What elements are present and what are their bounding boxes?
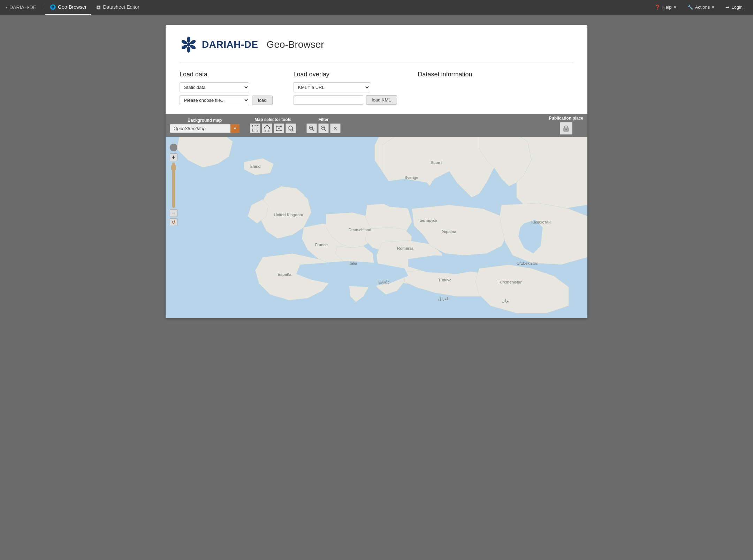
lock-icon (563, 124, 569, 132)
svg-point-10 (252, 130, 253, 131)
help-dropdown-arrow: ▾ (674, 5, 676, 10)
svg-text:Україна: Україна (442, 229, 456, 234)
background-map-select[interactable]: OpenStreetMap OpenTopoMap Stamen Toner G… (170, 124, 239, 133)
svg-point-9 (257, 125, 258, 126)
svg-text:United Kingdom: United Kingdom (274, 212, 303, 217)
select-connect-button[interactable] (274, 123, 284, 133)
svg-line-32 (312, 129, 314, 131)
svg-point-16 (265, 130, 266, 131)
svg-point-4 (187, 46, 190, 53)
filter-section: Filter (306, 117, 341, 133)
background-map-label: Background map (188, 118, 222, 123)
load-overlay-label: Load overlay (294, 71, 397, 78)
map-select-controls: OpenStreetMap OpenTopoMap Stamen Toner G… (170, 124, 239, 133)
load-data-button[interactable]: load (252, 96, 273, 105)
svg-text:ایران: ایران (502, 298, 510, 303)
nav-datasheet-editor[interactable]: ▦ Datasheet Editor (91, 0, 144, 15)
selector-tools-label: Map selector tools (254, 117, 291, 122)
filter-zoom-out-button[interactable] (318, 123, 329, 133)
svg-point-17 (264, 127, 265, 128)
svg-text:España: España (277, 272, 291, 277)
zoom-in-button[interactable]: + (170, 153, 177, 161)
grid-icon: ▦ (96, 4, 101, 10)
map-svg: Ísland Suomi Sverige United Kingdom Deut… (166, 137, 587, 318)
zoom-out-button[interactable]: − (170, 209, 177, 217)
zoom-slider-thumb[interactable] (171, 165, 176, 170)
load-kml-button[interactable]: load KML (366, 95, 397, 105)
filter-tool-buttons: ✕ (306, 123, 341, 133)
svg-line-28 (279, 126, 281, 128)
map-selector-tools-section: Map selector tools (250, 117, 296, 133)
map-toolbar: Background map OpenStreetMap OpenTopoMap… (166, 114, 587, 137)
svg-text:Казахстан: Казахстан (531, 220, 550, 224)
login-icon: ➡ (725, 5, 729, 10)
globe-icon: 🌐 (50, 4, 56, 10)
zoom-reset-button[interactable]: ↺ (170, 218, 177, 226)
svg-point-8 (252, 125, 253, 126)
map-area[interactable]: Ísland Suomi Sverige United Kingdom Deut… (166, 137, 587, 318)
file-choose-select[interactable]: Please choose file... (180, 95, 249, 105)
select-rect-button[interactable] (250, 123, 260, 133)
svg-text:Беларусь: Беларусь (419, 218, 437, 222)
filter-clear-button[interactable]: ✕ (330, 123, 341, 133)
load-data-label: Load data (180, 71, 273, 78)
brand-logo[interactable]: ▾ DARIAH-DE (6, 5, 42, 10)
poly-select-icon (264, 125, 270, 131)
svg-text:Italia: Italia (349, 261, 357, 265)
close-icon: ✕ (333, 126, 337, 131)
dataset-info-group: Dataset information (418, 71, 472, 105)
zoom-controls: + − ↺ (170, 144, 177, 226)
load-overlay-url-row: load KML (294, 95, 397, 105)
svg-text:Deutschland: Deutschland (349, 227, 371, 232)
svg-point-1 (187, 37, 190, 43)
app-subtitle: Geo-Browser (267, 39, 324, 50)
logo-container: DARIAH-DE (180, 36, 258, 54)
load-data-group: Load data Static data Dynamic data KML f… (180, 71, 273, 105)
free-select-icon (288, 125, 294, 131)
filter-zoom-icon (309, 125, 315, 131)
brand-arrow-icon: ▾ (6, 6, 7, 9)
select-free-button[interactable] (286, 123, 296, 133)
main-card: DARIAH-DE Geo-Browser Load data Static d… (166, 25, 587, 318)
select-poly-button[interactable] (262, 123, 272, 133)
svg-line-30 (292, 131, 294, 131)
map-select-arrow-icon[interactable]: ▾ (230, 124, 239, 133)
overlay-type-select[interactable]: KML file URL WMS URL (294, 82, 370, 92)
svg-text:Turkmenistan: Turkmenistan (498, 280, 523, 284)
svg-text:العراق: العراق (438, 296, 449, 301)
publication-place-label: Publication place (549, 116, 583, 121)
svg-point-39 (565, 129, 567, 130)
svg-line-36 (324, 129, 326, 131)
svg-text:Suomi: Suomi (431, 160, 442, 165)
svg-text:Ελλάς: Ελλάς (378, 280, 389, 284)
svg-marker-12 (264, 126, 270, 131)
lock-button[interactable] (560, 122, 572, 135)
load-overlay-group: Load overlay KML file URL WMS URL load K… (294, 71, 397, 105)
load-overlay-type-row: KML file URL WMS URL (294, 82, 397, 92)
svg-line-27 (277, 126, 279, 128)
nav-help[interactable]: ❓ Help ▾ (650, 0, 681, 15)
publication-place-section: Publication place (549, 116, 583, 135)
connect-select-icon (276, 125, 282, 131)
svg-point-11 (257, 130, 258, 131)
filter-label: Filter (318, 117, 328, 122)
nav-right-group: ❓ Help ▾ 🔧 Actions ▾ ➡ Login (650, 0, 747, 15)
svg-text:Oʻzbekiston: Oʻzbekiston (517, 261, 539, 265)
background-map-section: Background map OpenStreetMap OpenTopoMap… (170, 118, 239, 133)
svg-point-0 (187, 43, 190, 46)
load-data-file-row: Please choose file... load (180, 95, 273, 105)
nav-login[interactable]: ➡ Login (721, 0, 747, 15)
data-type-select[interactable]: Static data Dynamic data KML file (180, 82, 249, 92)
actions-dropdown-arrow: ▾ (712, 5, 714, 10)
brand-name: DARIAH-DE (9, 5, 36, 10)
kml-url-input[interactable] (294, 95, 363, 105)
nav-actions[interactable]: 🔧 Actions ▾ (683, 0, 720, 15)
nav-geo-browser[interactable]: 🌐 Geo-Browser (45, 0, 91, 15)
zoom-circle-indicator (170, 144, 177, 151)
filter-zoom-in-button[interactable] (306, 123, 317, 133)
publication-place-controls (560, 122, 572, 135)
selector-tool-buttons (250, 123, 296, 133)
svg-rect-7 (252, 126, 258, 131)
rect-select-icon (252, 125, 258, 131)
top-navigation: ▾ DARIAH-DE 🌐 Geo-Browser ▦ Datasheet Ed… (0, 0, 753, 15)
